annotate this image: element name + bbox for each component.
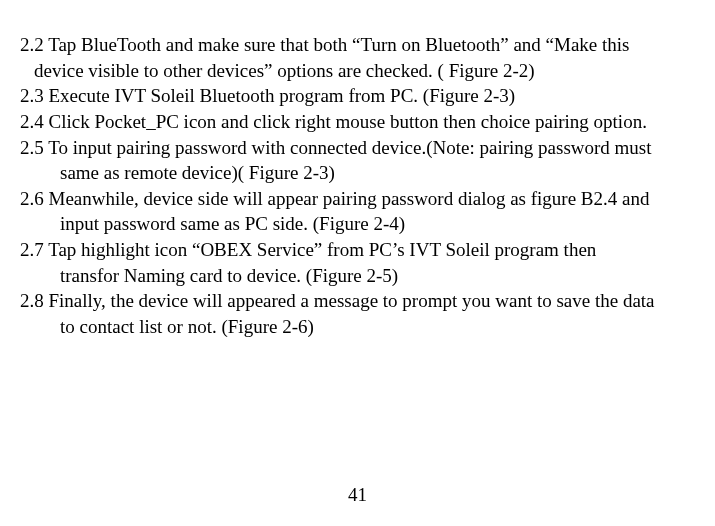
step-2-8-line2: to contact list or not. (Figure 2-6) <box>20 314 695 340</box>
step-2-5-line1: 2.5 To input pairing password with conne… <box>20 135 695 161</box>
step-2-2-line2: device visible to other devices” options… <box>20 58 695 84</box>
step-2-6-line1: 2.6 Meanwhile, device side will appear p… <box>20 186 695 212</box>
step-2-8-line1: 2.8 Finally, the device will appeared a … <box>20 288 695 314</box>
step-2-7-line1: 2.7 Tap highlight icon “OBEX Service” fr… <box>20 237 695 263</box>
step-2-2-line1: 2.2 Tap BlueTooth and make sure that bot… <box>20 32 695 58</box>
step-2-5-line2: same as remote device)( Figure 2-3) <box>20 160 695 186</box>
step-2-3: 2.3 Execute IVT Soleil Bluetooth program… <box>20 83 695 109</box>
step-2-4: 2.4 Click Pocket_PC icon and click right… <box>20 109 695 135</box>
step-2-7-line2: transfor Naming card to device. (Figure … <box>20 263 695 289</box>
step-2-6-line2: input password same as PC side. (Figure … <box>20 211 695 237</box>
document-page: 2.2 Tap BlueTooth and make sure that bot… <box>0 0 715 526</box>
page-number: 41 <box>0 484 715 506</box>
